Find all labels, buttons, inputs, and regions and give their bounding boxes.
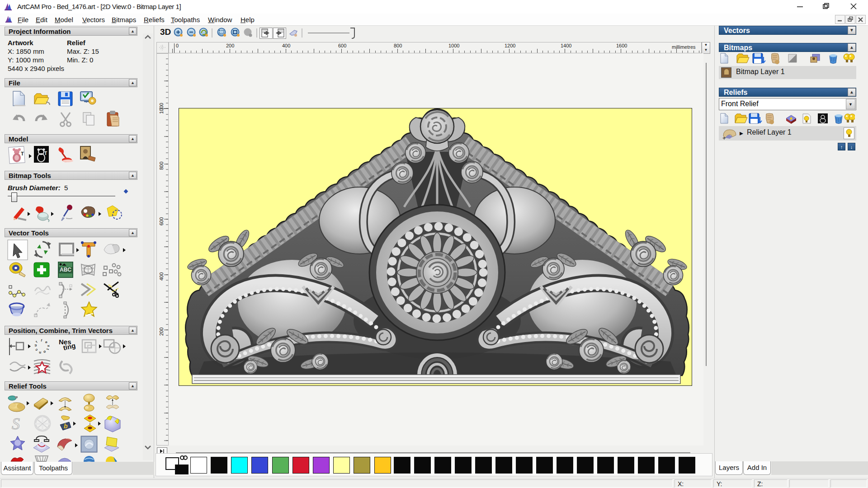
svg-text:T: T <box>44 151 47 156</box>
svg-text:t: t <box>45 348 49 351</box>
svg-text:e: e <box>44 340 49 345</box>
svg-text:T: T <box>21 151 24 156</box>
svg-text:n: n <box>39 351 42 355</box>
svg-text:+: + <box>722 135 726 141</box>
svg-text:r: r <box>34 340 38 343</box>
svg-text:t: t <box>40 338 43 343</box>
svg-text:u: u <box>33 344 38 347</box>
svg-text:x: x <box>47 345 51 347</box>
svg-text:b: b <box>64 422 68 430</box>
svg-text:S: S <box>12 415 20 433</box>
svg-text:ABC: ABC <box>60 267 71 273</box>
svg-text:c: c <box>34 347 38 352</box>
svg-text:o: o <box>42 350 47 354</box>
